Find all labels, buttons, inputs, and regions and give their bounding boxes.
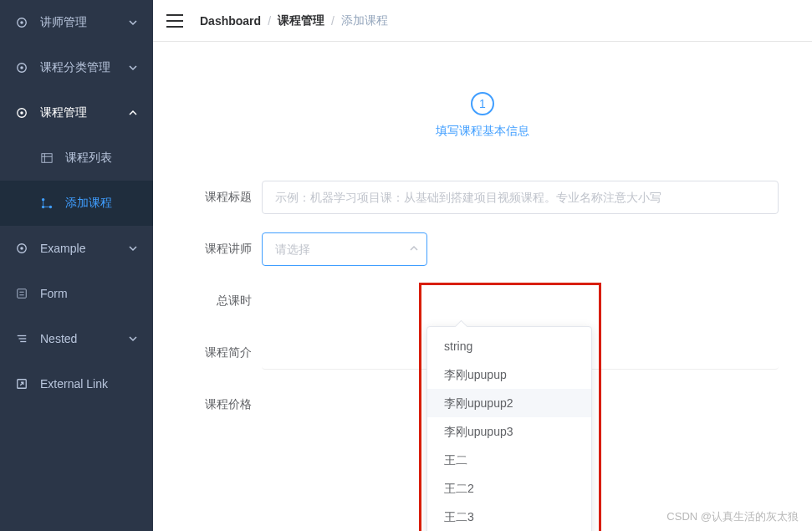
chevron-down-icon: [128, 18, 138, 28]
svg-rect-22: [166, 20, 183, 22]
course-title-input[interactable]: [262, 181, 779, 214]
sidebar-item-form[interactable]: Form: [0, 271, 153, 316]
svg-point-11: [49, 206, 53, 209]
dropdown-option[interactable]: string: [427, 332, 591, 360]
nested-icon: [15, 332, 28, 345]
svg-point-3: [20, 66, 23, 69]
step-number: 1: [471, 92, 494, 115]
sidebar-item-label: Form: [40, 287, 138, 300]
svg-point-1: [20, 21, 23, 24]
gear-icon: [15, 61, 28, 74]
form-label: 总课时: [186, 294, 262, 309]
form-label: 课程讲师: [186, 242, 262, 257]
step-title: 填写课程基本信息: [436, 124, 529, 139]
dropdown-option[interactable]: 李刚upupup3: [427, 417, 591, 446]
sidebar-item-label: 课程列表: [65, 151, 138, 166]
course-teacher-select[interactable]: [262, 232, 427, 266]
teacher-dropdown: string 李刚upupup 李刚upupup2 李刚upupup3 王二 王…: [426, 326, 592, 531]
sidebar-item-label: 课程管理: [40, 105, 128, 120]
sidebar-item-external-link[interactable]: External Link: [0, 361, 153, 406]
form-row-teacher: 课程讲师: [186, 232, 779, 266]
form-label: 课程简介: [186, 345, 262, 360]
svg-point-10: [42, 206, 45, 209]
dropdown-option[interactable]: 王二: [427, 446, 591, 474]
chevron-down-icon: [128, 243, 138, 253]
svg-rect-21: [166, 14, 183, 16]
dropdown-option[interactable]: 李刚upupup2: [427, 389, 591, 417]
form-label: 课程标题: [186, 190, 262, 205]
sidebar-item-label: 课程分类管理: [40, 60, 128, 75]
gear-icon: [15, 106, 28, 120]
form-label: 课程价格: [186, 397, 262, 412]
breadcrumb-separator: /: [268, 14, 271, 28]
hamburger-icon[interactable]: [166, 13, 183, 29]
sidebar-item-label: Nested: [40, 332, 128, 345]
steps: 1 填写课程基本信息: [178, 92, 787, 139]
tree-icon: [40, 197, 54, 210]
sidebar-item-course-list[interactable]: 课程列表: [0, 135, 153, 181]
page-content: 1 填写课程基本信息 课程标题 课程讲师 总课时: [153, 42, 812, 531]
chevron-down-icon: [128, 334, 138, 344]
form-row-hours: 总课时: [186, 284, 779, 318]
form-row-title: 课程标题: [186, 181, 779, 214]
form-icon: [15, 287, 28, 300]
breadcrumb: Dashboard / 课程管理 / 添加课程: [200, 13, 388, 28]
dropdown-option[interactable]: 王二2: [427, 474, 591, 503]
link-icon: [15, 377, 28, 391]
step-item: 1 填写课程基本信息: [436, 92, 529, 139]
main-content: Dashboard / 课程管理 / 添加课程 1 填写课程基本信息 课程标题: [153, 0, 812, 531]
sidebar-item-teacher-mgmt[interactable]: 讲师管理: [0, 0, 153, 45]
sidebar: 讲师管理 课程分类管理 课程管理 课程列表 添加课程 Example: [0, 0, 153, 531]
table-icon: [40, 151, 54, 165]
svg-rect-14: [18, 289, 27, 299]
gear-icon: [15, 242, 28, 255]
sidebar-item-category-mgmt[interactable]: 课程分类管理: [0, 45, 153, 90]
dropdown-option[interactable]: 王二3: [427, 503, 591, 531]
breadcrumb-item[interactable]: 课程管理: [278, 13, 324, 28]
svg-point-13: [20, 247, 23, 250]
course-hours-input[interactable]: [262, 284, 779, 318]
svg-rect-6: [42, 154, 52, 163]
breadcrumb-item[interactable]: Dashboard: [200, 14, 261, 28]
header: Dashboard / 课程管理 / 添加课程: [153, 0, 812, 42]
sidebar-item-add-course[interactable]: 添加课程: [0, 181, 153, 226]
watermark: CSDN @认真生活的灰太狼: [666, 509, 799, 524]
sidebar-item-label: Example: [40, 242, 128, 255]
svg-rect-23: [166, 26, 183, 28]
breadcrumb-item-current: 添加课程: [341, 13, 388, 28]
chevron-down-icon: [128, 63, 138, 73]
sidebar-item-label: 讲师管理: [40, 15, 128, 30]
chevron-down-icon: [128, 108, 138, 118]
sidebar-item-nested[interactable]: Nested: [0, 316, 153, 361]
sidebar-item-label: External Link: [40, 377, 138, 391]
svg-point-5: [20, 111, 23, 115]
sidebar-item-course-mgmt[interactable]: 课程管理: [0, 90, 153, 135]
sidebar-item-label: 添加课程: [65, 196, 138, 211]
breadcrumb-separator: /: [331, 14, 335, 28]
svg-point-9: [42, 198, 45, 202]
dropdown-option[interactable]: 李刚upupup: [427, 360, 591, 389]
sidebar-item-example[interactable]: Example: [0, 226, 153, 271]
gear-icon: [15, 16, 28, 29]
